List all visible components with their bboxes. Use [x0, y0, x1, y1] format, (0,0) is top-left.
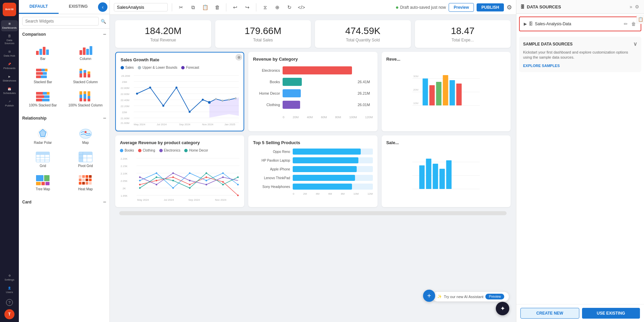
revenue-by-category-chart[interactable]: Revenue by Category Electronics Books [248, 52, 377, 131]
toolbar-separator-3 [256, 3, 256, 11]
sidebar-item-schedules[interactable]: 📅 Schedules [1, 86, 18, 97]
bar-row-clothing: Clothing 26.01M [253, 101, 373, 109]
sidebar-item-data-sources[interactable]: 🗄 Data Sources [1, 33, 18, 47]
ds-expand-button[interactable]: » [629, 3, 633, 10]
widget-item-radar-polar[interactable]: Radar Polar [22, 125, 64, 147]
svg-rect-28 [44, 95, 50, 98]
svg-text:Sep 2024: Sep 2024 [179, 123, 191, 126]
svg-text:30M: 30M [413, 75, 418, 78]
embed-button[interactable]: ⊕ [272, 3, 282, 12]
widget-item-bar[interactable]: Bar [22, 41, 64, 63]
ds-delete-button[interactable]: 🗑 [631, 21, 637, 27]
copy-button[interactable]: ⧉ [188, 3, 198, 12]
widget-item-stacked-bar[interactable]: Stacked Bar [22, 65, 64, 87]
sidebar-item-data-hub[interactable]: ⊟ Data Hub [1, 48, 18, 59]
widget-item-heat-map[interactable]: Heat Map [65, 172, 106, 194]
widget-item-column[interactable]: Column [65, 41, 106, 63]
ds-expand-arrow[interactable]: ▶ [524, 22, 527, 26]
tab-default[interactable]: DEFAULT [19, 0, 59, 14]
ds-title: 🗄 DATA SOURCES [520, 4, 561, 9]
sales-growth-chart[interactable]: ⚙ Sales Growth Rate Sales Upper & Lower … [115, 52, 244, 131]
delete-button[interactable]: 🗑 [213, 3, 222, 12]
sidebar-item-dashboards[interactable]: ⊞ Dashboards [1, 20, 18, 31]
magic-button[interactable]: ✦ [496, 302, 509, 315]
preview-button[interactable]: Preview [449, 3, 474, 12]
sample-ds-collapse-icon[interactable]: ∨ [633, 41, 637, 47]
add-widget-fab[interactable]: + [423, 290, 435, 302]
user-avatar[interactable]: T [4, 309, 14, 319]
collapse-icon[interactable]: − [103, 31, 106, 37]
widget-item-pivot-grid[interactable]: Pivot Grid [65, 149, 106, 170]
stacked-bar-widget-icon [35, 67, 50, 79]
h-bar-label-sony: Sony Headphones [253, 185, 290, 189]
avg-revenue-chart[interactable]: Average Revenue by product category Book… [115, 135, 244, 207]
legend-home-decor: Home Decor [184, 149, 208, 152]
svg-text:Jul 2024: Jul 2024 [157, 123, 167, 126]
revenue-partial-chart[interactable]: Reve... 30M 20M 10M [382, 52, 511, 131]
svg-text:2.05K: 2.05K [121, 180, 128, 183]
tab-back-arrow[interactable]: ‹ [98, 2, 107, 12]
ai-preview-button[interactable]: Preview [485, 294, 504, 299]
sidebar-item-slideshows[interactable]: ▶ Slideshows [1, 73, 18, 84]
kpi-label-revenue: Total Revenue [121, 38, 206, 42]
bar-track-books [283, 78, 355, 86]
widget-item-stacked-column[interactable]: Stacked Column [65, 65, 106, 87]
app-logo[interactable]: Bold BI [3, 3, 16, 16]
widget-item-map[interactable]: Map [65, 125, 106, 147]
toolbar-settings-icon[interactable]: ⚙ [507, 4, 512, 11]
dashboard-title-input[interactable] [114, 3, 168, 11]
legend-bounds: Upper & Lower Bounds [138, 66, 177, 69]
widget-item-tree-map[interactable]: Tree Map [22, 172, 64, 194]
help-button[interactable]: ? [1, 297, 18, 308]
top5-products-chart[interactable]: Top 5 Selling Products Oppo Reno HP Pavi… [248, 135, 377, 207]
sidebar-item-settings[interactable]: ⚙ Settings [1, 272, 18, 283]
widget-item-grid[interactable]: Grid [22, 149, 64, 170]
svg-rect-35 [79, 98, 82, 101]
bar-value-home-decor: 26.21M [358, 91, 373, 95]
avg-revenue-title: Average Revenue by product category [120, 140, 239, 145]
ds-edit-button[interactable]: ✏ [623, 21, 629, 27]
use-existing-button[interactable]: USE EXISTING [582, 308, 640, 319]
sidebar-item-users[interactable]: 👤 Users [1, 285, 18, 296]
search-input[interactable] [22, 17, 99, 26]
sidebar-item-publish[interactable]: ↗ Publish [1, 98, 18, 109]
widget-item-100-stacked-column[interactable]: 100% Stacked Column [65, 88, 106, 110]
card-collapse-icon[interactable]: − [103, 199, 106, 205]
h-bar-row-hp: HP Pavilion Laptop [253, 157, 373, 163]
dashboard-title-input-wrapper [114, 3, 168, 11]
legend-dot-forecast [181, 66, 185, 69]
tab-existing[interactable]: EXISTING [59, 0, 98, 14]
ds-right-icon-1[interactable]: 📋 [638, 17, 643, 22]
chart-settings-icon[interactable]: ⚙ [235, 54, 242, 61]
explore-samples-link[interactable]: EXPLORE SAMPLES [523, 64, 560, 68]
svg-point-158 [222, 176, 224, 178]
h-bar-track-oppo [293, 149, 373, 155]
undo-button[interactable]: ↩ [230, 3, 240, 12]
horizontal-scrollbar[interactable] [119, 211, 507, 215]
sales-partial-chart[interactable]: Sale... [382, 135, 511, 207]
ds-item-row[interactable]: ▶ 🗄 Sales-Analysis-Data ✏ 🗑 [519, 17, 641, 31]
ai-banner[interactable]: ✨ Try our new AI Assistant Preview [432, 291, 509, 302]
cut-button[interactable]: ✂ [176, 3, 186, 12]
ds-settings-button[interactable]: ⚙ [634, 3, 640, 10]
publish-button[interactable]: PUBLISH [477, 3, 504, 11]
svg-point-103 [189, 111, 191, 113]
svg-rect-71 [89, 175, 92, 178]
svg-point-107 [222, 100, 224, 102]
paste-button[interactable]: 📋 [200, 3, 210, 12]
code-button[interactable]: </> [297, 3, 306, 12]
chart-row-2: Average Revenue by product category Book… [115, 135, 511, 207]
refresh-button[interactable]: ↻ [285, 3, 294, 12]
create-new-button[interactable]: CREATE NEW [520, 308, 579, 319]
widget-item-100-stacked-bar[interactable]: 100% Stacked Bar [22, 88, 64, 110]
svg-rect-11 [36, 72, 43, 75]
sidebar-item-pinboards[interactable]: 📌 Pinboards [1, 61, 18, 72]
filter-button[interactable]: ⧖ [260, 3, 270, 12]
auto-save-status: ● Draft auto-saved just now [395, 4, 446, 10]
100-stacked-column-widget-icon [78, 91, 93, 102]
ds-title-icon: 🗄 [520, 4, 525, 9]
relationship-collapse-icon[interactable]: − [103, 115, 106, 121]
svg-rect-70 [86, 175, 88, 178]
saved-dot: ● [395, 4, 399, 10]
redo-button[interactable]: ↪ [243, 3, 252, 12]
